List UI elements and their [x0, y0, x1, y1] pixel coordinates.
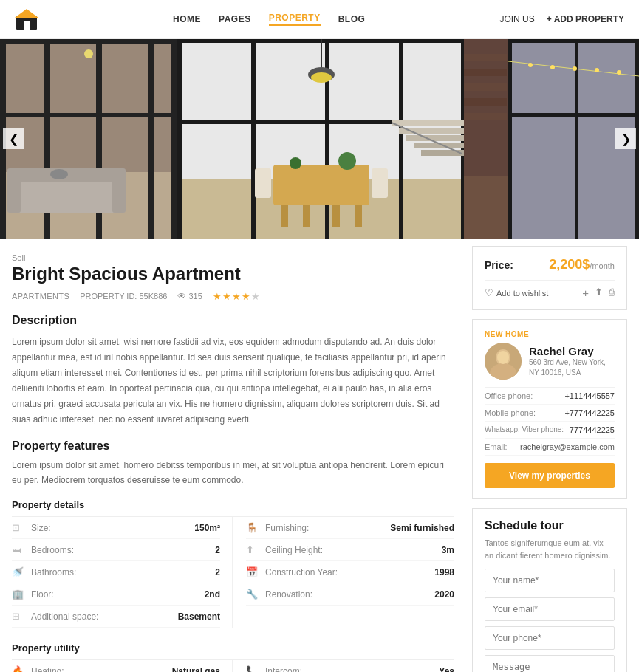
svg-rect-8	[148, 39, 154, 239]
detail-row: 🚿 Bathrooms: 2	[12, 561, 220, 583]
description-title: Description	[12, 314, 454, 327]
add-icon[interactable]: +	[582, 287, 589, 299]
svg-point-64	[595, 68, 599, 72]
join-us-link[interactable]: JOIN US	[499, 14, 534, 24]
email-row: Email: rachelgray@example.com	[485, 439, 615, 456]
svg-rect-24	[399, 39, 403, 239]
svg-rect-35	[332, 205, 340, 227]
wishlist-button[interactable]: ♡ Add to wishlist	[485, 287, 548, 298]
year-icon: 📅	[246, 566, 259, 577]
print-icon[interactable]: ⎙	[609, 287, 615, 299]
logo[interactable]	[15, 7, 38, 31]
nav-home[interactable]: HOME	[173, 14, 201, 24]
detail-row: ⊡ Size: 150m²	[12, 517, 220, 539]
features-text: Lorem ipsum dolor sit amet, homero debit…	[12, 459, 454, 488]
svg-point-65	[617, 70, 621, 75]
size-icon: ⊡	[12, 522, 25, 533]
add-property-link[interactable]: + ADD PROPERTY	[547, 14, 624, 24]
svg-rect-40	[392, 120, 464, 126]
property-views: 👁 315	[177, 291, 202, 301]
property-category: APARTMENTS	[12, 292, 69, 301]
utility-row: 📞 Intercom: Yes	[246, 660, 454, 672]
schedule-message-input[interactable]	[485, 655, 615, 672]
mobile-phone-row: Mobile phone: +7774442225	[485, 405, 615, 422]
svg-rect-31	[273, 165, 369, 205]
whatsapp-row: Whatsapp, Viber phone: 7774442225	[485, 422, 615, 439]
bath-icon: 🚿	[12, 566, 25, 577]
svg-rect-58	[508, 39, 639, 43]
svg-rect-49	[464, 54, 507, 61]
renovation-icon: 🔧	[246, 589, 259, 600]
svg-rect-34	[303, 205, 310, 227]
agent-badge: NEW HOME	[485, 330, 615, 338]
detail-row: 📅 Construction Year: 1998	[246, 561, 454, 583]
svg-marker-1	[15, 9, 38, 18]
schedule-card: Schedule tour Tantos signiferumque eum a…	[472, 508, 627, 672]
detail-row: 🛏 Bedrooms: 2	[12, 539, 220, 561]
svg-point-16	[50, 169, 68, 179]
svg-point-69	[497, 351, 509, 364]
property-tag: Sell	[12, 253, 454, 262]
utility-row: 🔥 Heating: Natural gas	[12, 660, 220, 672]
utility-grid: 🔥 Heating: Natural gas ❄ Air Condition: …	[12, 659, 454, 672]
svg-rect-33	[355, 205, 362, 227]
nav-property[interactable]: PROPERTY	[269, 13, 321, 26]
svg-rect-15	[112, 176, 126, 213]
agent-address: 560 3rd Ave, New York, NY 10016, USA	[529, 357, 615, 378]
svg-rect-11	[0, 39, 177, 44]
bed-icon: 🛏	[12, 544, 25, 555]
svg-rect-50	[464, 69, 507, 76]
gallery-prev-button[interactable]: ❮	[3, 128, 24, 149]
details-grid: ⊡ Size: 150m² 🛏 Bedrooms: 2 🚿 Bathrooms:…	[12, 516, 454, 628]
svg-rect-55	[508, 39, 512, 239]
svg-rect-51	[464, 83, 507, 91]
svg-rect-42	[406, 135, 464, 141]
svg-rect-10	[0, 113, 177, 117]
svg-rect-9	[171, 39, 177, 239]
property-stars: ★★★★★	[213, 291, 261, 302]
svg-rect-2	[24, 21, 30, 30]
heart-icon: ♡	[485, 287, 493, 298]
view-properties-button[interactable]: View my properties	[485, 463, 615, 488]
property-title: Bright Spacious Apartment	[12, 264, 454, 285]
svg-rect-21	[177, 39, 182, 239]
price-label: Price:	[485, 259, 513, 271]
svg-point-62	[550, 65, 555, 69]
price-value: 2,200$/month	[549, 257, 615, 272]
schedule-email-input[interactable]	[485, 597, 615, 621]
eye-icon: 👁	[177, 291, 186, 301]
schedule-name-input[interactable]	[485, 569, 615, 592]
svg-point-30	[311, 72, 332, 83]
share-icon[interactable]: ⬆	[595, 287, 603, 299]
svg-point-36	[338, 152, 356, 170]
property-id: PROPERTY ID: 55K886	[80, 292, 167, 301]
schedule-phone-input[interactable]	[485, 626, 615, 650]
agent-avatar	[485, 343, 522, 380]
intercom-icon: 📞	[246, 665, 259, 672]
floor-icon: 🏢	[12, 589, 25, 600]
svg-rect-38	[255, 168, 271, 198]
navigation: HOME PAGES PROPERTY BLOG JOIN US + ADD P…	[0, 0, 639, 39]
detail-row: ⬆ Ceiling Height: 3m	[246, 539, 454, 561]
furnish-icon: 🪑	[246, 522, 259, 533]
nav-blog[interactable]: BLOG	[338, 14, 366, 24]
svg-point-63	[573, 66, 577, 71]
svg-rect-14	[7, 176, 21, 213]
schedule-description: Tantos signiferumque eum at, vix an dica…	[485, 537, 615, 561]
svg-point-37	[290, 157, 301, 169]
gallery-next-button[interactable]: ❯	[615, 128, 636, 149]
svg-rect-53	[464, 113, 507, 120]
property-gallery: ❮	[0, 39, 639, 239]
svg-rect-59	[508, 113, 639, 117]
svg-point-61	[528, 63, 533, 67]
heat-icon: 🔥	[12, 665, 25, 672]
nav-pages[interactable]: PAGES	[219, 14, 251, 24]
svg-rect-32	[281, 205, 288, 227]
svg-point-17	[84, 49, 93, 58]
detail-row: 🏢 Floor: 2nd	[12, 583, 220, 606]
details-title: Property details	[12, 499, 454, 510]
detail-row: 🔧 Renovation: 2020	[246, 583, 454, 606]
svg-rect-44	[421, 150, 464, 156]
svg-rect-52	[464, 98, 507, 106]
price-period: /month	[590, 261, 615, 270]
